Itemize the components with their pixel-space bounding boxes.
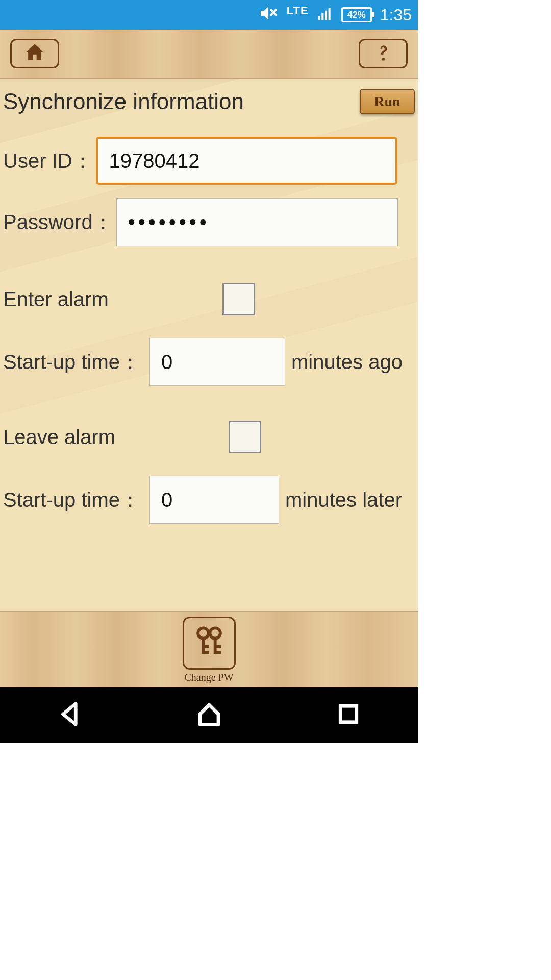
enter-alarm-checkbox[interactable] [222,283,255,315]
svg-point-6 [198,628,208,638]
page-title: Synchronize information [3,89,244,114]
startup-time-2-suffix: minutes later [285,488,402,511]
leave-alarm-label: Leave alarm [3,426,229,449]
leave-alarm-checkbox[interactable] [229,421,261,453]
home-icon [23,41,46,66]
nav-home-button[interactable] [195,700,223,730]
svg-point-10 [210,628,220,638]
question-mark-icon [372,41,394,66]
bottom-toolbar: Change PW [0,611,418,687]
startup-time-2-input[interactable] [149,476,279,524]
app-toolbar [0,30,418,79]
svg-rect-2 [318,16,320,20]
battery-indicator: 42% [341,7,372,22]
clock-label: 1:35 [380,6,412,24]
change-password-button[interactable] [183,617,236,670]
startup-time-1-input[interactable] [149,338,285,386]
user-id-input[interactable] [96,137,397,185]
android-nav-bar [0,687,418,743]
enter-alarm-label: Enter alarm [3,288,222,311]
change-password-label: Change PW [184,672,233,683]
svg-rect-4 [325,10,327,20]
user-id-label: User ID： [3,147,93,175]
nav-recent-button[interactable] [335,700,362,730]
signal-strength-icon [317,5,333,25]
password-input[interactable] [116,198,398,246]
battery-level-label: 42% [341,7,372,22]
home-button[interactable] [10,39,59,68]
svg-rect-3 [321,13,323,20]
svg-rect-14 [340,706,357,722]
volume-mute-icon [258,3,279,27]
startup-time-1-label: Start-up time： [3,348,140,376]
section-header: Synchronize information Run [0,79,418,119]
password-label: Password： [3,208,113,236]
android-status-bar: LTE 42% 1:35 [0,0,418,30]
nav-back-button[interactable] [56,700,84,730]
network-type-label: LTE [287,4,309,17]
startup-time-2-label: Start-up time： [3,486,140,514]
main-content: Synchronize information Run User ID： Pas… [0,79,418,611]
svg-rect-5 [328,8,330,20]
run-button[interactable]: Run [360,89,415,114]
help-button[interactable] [359,39,408,68]
startup-time-1-suffix: minutes ago [291,351,403,374]
keys-icon [191,624,227,662]
